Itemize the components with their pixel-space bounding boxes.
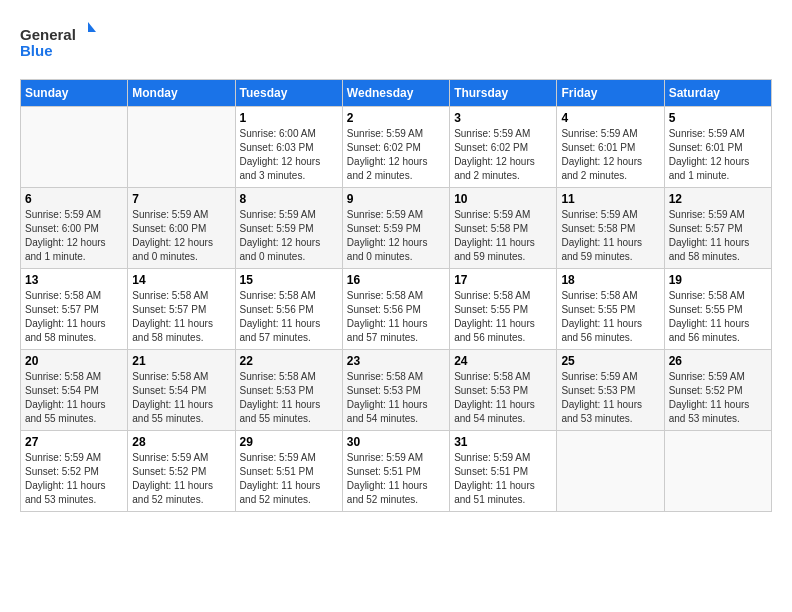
logo-svg: General Blue: [20, 20, 100, 65]
calendar-cell: 5Sunrise: 5:59 AM Sunset: 6:01 PM Daylig…: [664, 106, 771, 187]
day-info: Sunrise: 5:59 AM Sunset: 5:52 PM Dayligh…: [132, 451, 230, 507]
calendar-cell: 20Sunrise: 5:58 AM Sunset: 5:54 PM Dayli…: [21, 349, 128, 430]
day-number: 23: [347, 354, 445, 368]
day-number: 29: [240, 435, 338, 449]
day-info: Sunrise: 5:58 AM Sunset: 5:55 PM Dayligh…: [669, 289, 767, 345]
calendar-cell: 23Sunrise: 5:58 AM Sunset: 5:53 PM Dayli…: [342, 349, 449, 430]
calendar-cell: [21, 106, 128, 187]
calendar-header: SundayMondayTuesdayWednesdayThursdayFrid…: [21, 79, 772, 106]
day-number: 25: [561, 354, 659, 368]
day-number: 2: [347, 111, 445, 125]
day-number: 4: [561, 111, 659, 125]
calendar-cell: 11Sunrise: 5:59 AM Sunset: 5:58 PM Dayli…: [557, 187, 664, 268]
day-number: 28: [132, 435, 230, 449]
logo-text: General Blue: [20, 20, 100, 69]
header-tuesday: Tuesday: [235, 79, 342, 106]
day-number: 21: [132, 354, 230, 368]
day-number: 16: [347, 273, 445, 287]
day-number: 1: [240, 111, 338, 125]
calendar-cell: 7Sunrise: 5:59 AM Sunset: 6:00 PM Daylig…: [128, 187, 235, 268]
calendar-cell: 1Sunrise: 6:00 AM Sunset: 6:03 PM Daylig…: [235, 106, 342, 187]
day-info: Sunrise: 5:58 AM Sunset: 5:57 PM Dayligh…: [132, 289, 230, 345]
day-info: Sunrise: 5:59 AM Sunset: 5:51 PM Dayligh…: [347, 451, 445, 507]
calendar-cell: 8Sunrise: 5:59 AM Sunset: 5:59 PM Daylig…: [235, 187, 342, 268]
day-info: Sunrise: 5:58 AM Sunset: 5:54 PM Dayligh…: [132, 370, 230, 426]
calendar-cell: 21Sunrise: 5:58 AM Sunset: 5:54 PM Dayli…: [128, 349, 235, 430]
calendar-cell: 10Sunrise: 5:59 AM Sunset: 5:58 PM Dayli…: [450, 187, 557, 268]
header-wednesday: Wednesday: [342, 79, 449, 106]
logo: General Blue: [20, 20, 100, 69]
calendar-cell: 18Sunrise: 5:58 AM Sunset: 5:55 PM Dayli…: [557, 268, 664, 349]
calendar-cell: 22Sunrise: 5:58 AM Sunset: 5:53 PM Dayli…: [235, 349, 342, 430]
day-number: 12: [669, 192, 767, 206]
svg-text:General: General: [20, 26, 76, 43]
day-info: Sunrise: 5:58 AM Sunset: 5:55 PM Dayligh…: [454, 289, 552, 345]
week-row-1: 6Sunrise: 5:59 AM Sunset: 6:00 PM Daylig…: [21, 187, 772, 268]
day-number: 5: [669, 111, 767, 125]
day-number: 19: [669, 273, 767, 287]
header-friday: Friday: [557, 79, 664, 106]
day-info: Sunrise: 5:59 AM Sunset: 6:02 PM Dayligh…: [454, 127, 552, 183]
day-number: 11: [561, 192, 659, 206]
header-thursday: Thursday: [450, 79, 557, 106]
day-number: 8: [240, 192, 338, 206]
calendar-cell: 15Sunrise: 5:58 AM Sunset: 5:56 PM Dayli…: [235, 268, 342, 349]
day-info: Sunrise: 5:59 AM Sunset: 5:58 PM Dayligh…: [561, 208, 659, 264]
week-row-0: 1Sunrise: 6:00 AM Sunset: 6:03 PM Daylig…: [21, 106, 772, 187]
day-number: 24: [454, 354, 552, 368]
day-info: Sunrise: 5:59 AM Sunset: 5:51 PM Dayligh…: [454, 451, 552, 507]
day-info: Sunrise: 5:59 AM Sunset: 5:52 PM Dayligh…: [25, 451, 123, 507]
day-number: 27: [25, 435, 123, 449]
header-row: SundayMondayTuesdayWednesdayThursdayFrid…: [21, 79, 772, 106]
calendar-cell: 19Sunrise: 5:58 AM Sunset: 5:55 PM Dayli…: [664, 268, 771, 349]
day-number: 31: [454, 435, 552, 449]
day-info: Sunrise: 5:58 AM Sunset: 5:53 PM Dayligh…: [347, 370, 445, 426]
svg-marker-2: [88, 22, 96, 32]
day-info: Sunrise: 5:59 AM Sunset: 6:01 PM Dayligh…: [669, 127, 767, 183]
day-info: Sunrise: 5:59 AM Sunset: 5:59 PM Dayligh…: [347, 208, 445, 264]
calendar-cell: 16Sunrise: 5:58 AM Sunset: 5:56 PM Dayli…: [342, 268, 449, 349]
calendar-cell: 13Sunrise: 5:58 AM Sunset: 5:57 PM Dayli…: [21, 268, 128, 349]
day-number: 3: [454, 111, 552, 125]
day-info: Sunrise: 5:59 AM Sunset: 6:02 PM Dayligh…: [347, 127, 445, 183]
header-monday: Monday: [128, 79, 235, 106]
day-number: 17: [454, 273, 552, 287]
calendar-cell: 12Sunrise: 5:59 AM Sunset: 5:57 PM Dayli…: [664, 187, 771, 268]
day-info: Sunrise: 5:58 AM Sunset: 5:54 PM Dayligh…: [25, 370, 123, 426]
page-header: General Blue: [20, 20, 772, 69]
calendar-cell: [128, 106, 235, 187]
week-row-4: 27Sunrise: 5:59 AM Sunset: 5:52 PM Dayli…: [21, 430, 772, 511]
day-number: 22: [240, 354, 338, 368]
day-info: Sunrise: 5:59 AM Sunset: 5:59 PM Dayligh…: [240, 208, 338, 264]
day-info: Sunrise: 5:59 AM Sunset: 5:58 PM Dayligh…: [454, 208, 552, 264]
calendar-cell: 29Sunrise: 5:59 AM Sunset: 5:51 PM Dayli…: [235, 430, 342, 511]
day-number: 18: [561, 273, 659, 287]
day-info: Sunrise: 5:59 AM Sunset: 6:01 PM Dayligh…: [561, 127, 659, 183]
calendar-cell: 9Sunrise: 5:59 AM Sunset: 5:59 PM Daylig…: [342, 187, 449, 268]
calendar-cell: 6Sunrise: 5:59 AM Sunset: 6:00 PM Daylig…: [21, 187, 128, 268]
calendar-cell: [664, 430, 771, 511]
svg-text:Blue: Blue: [20, 42, 53, 59]
day-number: 9: [347, 192, 445, 206]
day-info: Sunrise: 5:59 AM Sunset: 5:52 PM Dayligh…: [669, 370, 767, 426]
day-info: Sunrise: 6:00 AM Sunset: 6:03 PM Dayligh…: [240, 127, 338, 183]
day-info: Sunrise: 5:59 AM Sunset: 5:51 PM Dayligh…: [240, 451, 338, 507]
calendar-cell: 26Sunrise: 5:59 AM Sunset: 5:52 PM Dayli…: [664, 349, 771, 430]
header-saturday: Saturday: [664, 79, 771, 106]
day-info: Sunrise: 5:58 AM Sunset: 5:56 PM Dayligh…: [240, 289, 338, 345]
calendar-cell: 25Sunrise: 5:59 AM Sunset: 5:53 PM Dayli…: [557, 349, 664, 430]
day-info: Sunrise: 5:58 AM Sunset: 5:53 PM Dayligh…: [454, 370, 552, 426]
calendar-cell: 31Sunrise: 5:59 AM Sunset: 5:51 PM Dayli…: [450, 430, 557, 511]
calendar-cell: 28Sunrise: 5:59 AM Sunset: 5:52 PM Dayli…: [128, 430, 235, 511]
calendar-cell: 2Sunrise: 5:59 AM Sunset: 6:02 PM Daylig…: [342, 106, 449, 187]
week-row-2: 13Sunrise: 5:58 AM Sunset: 5:57 PM Dayli…: [21, 268, 772, 349]
calendar-cell: 14Sunrise: 5:58 AM Sunset: 5:57 PM Dayli…: [128, 268, 235, 349]
day-info: Sunrise: 5:59 AM Sunset: 6:00 PM Dayligh…: [25, 208, 123, 264]
calendar-cell: [557, 430, 664, 511]
calendar-cell: 30Sunrise: 5:59 AM Sunset: 5:51 PM Dayli…: [342, 430, 449, 511]
day-number: 6: [25, 192, 123, 206]
day-number: 14: [132, 273, 230, 287]
day-info: Sunrise: 5:58 AM Sunset: 5:55 PM Dayligh…: [561, 289, 659, 345]
day-number: 26: [669, 354, 767, 368]
day-number: 7: [132, 192, 230, 206]
